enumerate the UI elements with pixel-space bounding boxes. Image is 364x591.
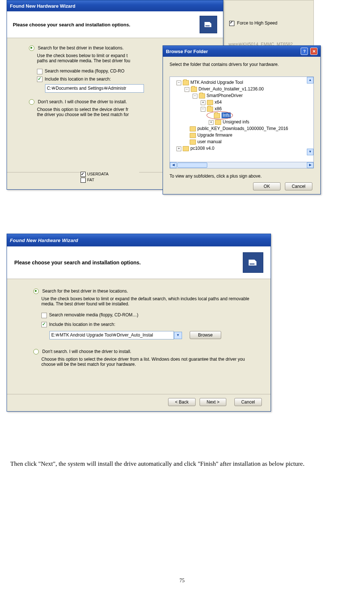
folder-icon	[183, 80, 189, 85]
browse-desc: Select the folder that contains drivers …	[170, 62, 314, 67]
wiz1-opt2-label: Don't search. I will choose the driver t…	[38, 99, 127, 104]
force-hs-label: Force to High Speed	[237, 21, 277, 26]
browse-ok-button[interactable]: OK	[253, 182, 281, 190]
instruction-text: Then click "Next", the system will insta…	[0, 460, 355, 468]
wiz1-opt2-desc: Choose this option to select the device …	[37, 107, 176, 117]
hardware-icon	[200, 16, 217, 33]
wiz2-chk-include-label: Include this location in the search:	[49, 322, 115, 327]
wiz1-chk-removable-label: Search removable media (floppy, CD-RO	[45, 68, 125, 74]
wiz2-opt2-label: Don't search. I will choose the driver t…	[42, 349, 131, 354]
fat-checkbox[interactable]	[81, 178, 86, 183]
wiz1-titlebar[interactable]: Found New Hardware Wizard	[7, 0, 223, 11]
wiz1-opt1-desc: Use the check boxes below to limit or ex…	[37, 53, 176, 63]
hardware-icon	[243, 252, 263, 273]
wiz2-chk-removable[interactable]	[41, 313, 47, 318]
tree-scroll-up[interactable]: ▲	[307, 77, 313, 83]
userdata-label: USERDATA	[87, 172, 108, 176]
wiz1-chk-include[interactable]	[37, 77, 42, 82]
wiz1-path-input[interactable]: C:￦Documents and Settings￦Administr	[45, 84, 144, 93]
browse-hint: To view any subfolders, click a plus sig…	[170, 174, 314, 179]
tree-scroll-down[interactable]: ▼	[307, 149, 313, 155]
wiz2-opt1-desc: Use the check boxes below to limit or ex…	[41, 296, 254, 306]
wiz2-browse-button[interactable]: Browse	[190, 331, 221, 339]
browse-cancel-button[interactable]: Cancel	[285, 182, 312, 190]
hscroll-left[interactable]: ◀	[170, 162, 177, 168]
hscroll-right[interactable]: ▶	[307, 162, 313, 168]
wiz2-path-input[interactable]: E:￦MTK Android Upgrade Tool￦Driver_Auto_…	[49, 331, 174, 339]
wiz2-chk-include[interactable]	[41, 322, 47, 327]
wiz2-heading: Please choose your search and installati…	[14, 260, 141, 265]
fat-label: FAT	[87, 178, 94, 182]
tree-hscroll[interactable]: ◀ ▶	[170, 162, 314, 168]
wiz2-opt1-label: Search for the best driver in these loca…	[42, 289, 128, 294]
wiz2-titlebar[interactable]: Found New Hardware Wizard	[7, 234, 271, 246]
wiz1-opt1-radio[interactable]	[29, 45, 34, 51]
wiz2-opt1-radio[interactable]	[33, 289, 39, 294]
wiz2-cancel-button[interactable]: Cancel	[234, 398, 262, 406]
close-icon[interactable]: ✕	[310, 48, 317, 55]
wiz2-path-dropdown[interactable]: ▼	[174, 332, 182, 339]
wiz2-opt2-radio[interactable]	[33, 349, 39, 354]
page-number: 75	[0, 578, 364, 584]
wiz1-opt2-radio[interactable]	[29, 99, 34, 105]
red-circle-annotation	[207, 111, 233, 119]
help-icon[interactable]: ?	[301, 48, 308, 55]
wiz2-title: Found New Hardware Wizard	[10, 238, 78, 243]
wiz1-opt1-label: Search for the best driver in these loca…	[38, 45, 123, 51]
browse-titlebar[interactable]: Browse For Folder ? ✕	[163, 46, 320, 57]
wiz2-next-button[interactable]: Next >	[200, 398, 226, 406]
force-hs-checkbox[interactable]	[229, 21, 234, 26]
hscroll-thumb[interactable]	[177, 163, 207, 168]
wiz2-opt2-desc: Choose this option to select the device …	[41, 357, 256, 367]
wiz1-chk-include-label: Include this location in the search:	[45, 77, 111, 82]
wiz1-heading: Please choose your search and installati…	[13, 22, 130, 27]
folder-tree[interactable]: ▲ ▼ −MTK Android Upgrade Tool −Driver_Au…	[170, 77, 314, 162]
wiz1-title: Found New Hardware Wizard	[10, 3, 75, 9]
wiz2-back-button[interactable]: < Back	[168, 398, 196, 406]
wiz2-chk-removable-label: Search removable media (floppy, CD-ROM…)	[49, 312, 138, 317]
browse-title: Browse For Folder	[166, 49, 208, 54]
userdata-checkbox[interactable]	[81, 172, 86, 177]
wiz1-chk-removable[interactable]	[37, 69, 42, 74]
